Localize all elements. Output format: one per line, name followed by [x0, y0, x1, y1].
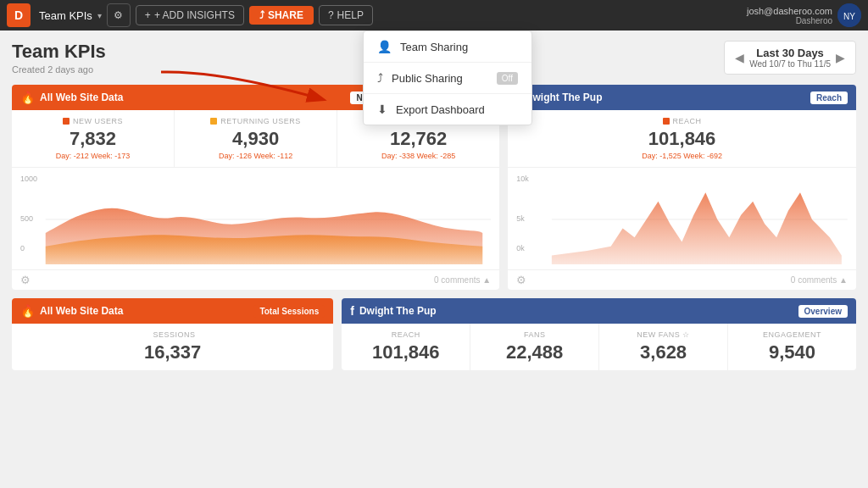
share-dropdown: 👤 Team Sharing ⤴ Public Sharing Off ⬇ Ex… — [363, 30, 532, 125]
y2-label-10k: 10k — [516, 175, 529, 183]
export-dashboard-label: Export Dashboard — [396, 103, 485, 116]
w4-engagement-value: 9,540 — [733, 341, 851, 363]
sessions-label: SESSIONS — [153, 330, 196, 339]
widget2-title: Dwight The Pup — [526, 92, 603, 103]
new-users-stat: NEW USERS 7,832 Day: -212 Week: -173 — [12, 110, 175, 167]
date-range-label: Last 30 Days — [749, 47, 831, 59]
w4-fans-label: FANS — [476, 330, 593, 339]
date-prev-button[interactable]: ◀ — [735, 51, 744, 64]
new-users-label: NEW USERS — [73, 117, 123, 125]
returning-users-value: 4,930 — [180, 128, 331, 150]
public-sharing-toggle[interactable]: Off — [497, 72, 518, 85]
team-sharing-label: Team Sharing — [400, 41, 468, 53]
user-info: josh@dasheroo.com Dasheroo NY — [747, 3, 861, 27]
y-label-500: 500 — [20, 214, 33, 223]
user-avatar[interactable]: NY — [837, 3, 861, 27]
team-icon: 👤 — [377, 40, 392, 53]
date-range-info: Last 30 Days Wed 10/7 to Thu 11/5 — [749, 47, 831, 69]
share-link-icon: ⤴ — [377, 71, 383, 85]
total-users-delta: Day: -338 Week: -285 — [342, 152, 494, 160]
top-nav: D Team KPIs ▾ ⚙ + + ADD INSIGHTS ⤴ SHARE… — [0, 0, 868, 30]
share-icon: ⤴ — [259, 9, 264, 21]
w4-fans-stat: FANS 22,488 — [470, 324, 599, 370]
share-button[interactable]: ⤴ SHARE — [249, 6, 314, 25]
y-label-1000: 1000 — [20, 175, 37, 183]
w4-new-fans-label: NEW FANS ☆ — [604, 330, 722, 339]
export-dashboard-item[interactable]: ⬇ Export Dashboard — [364, 94, 531, 125]
reach-value: 101,846 — [513, 128, 851, 150]
flame2-icon: 🔥 — [20, 304, 35, 318]
new-users-delta: Day: -212 Week: -173 — [17, 152, 169, 160]
widget1-settings-icon[interactable]: ⚙ — [20, 274, 31, 286]
returning-users-stat: RETURNING USERS 4,930 Day: -126 Week: -1… — [175, 110, 337, 167]
team-sharing-item[interactable]: 👤 Team Sharing — [364, 31, 531, 63]
widget1-chart: 1000 500 0 — [12, 168, 499, 269]
widget2-chart: 10k 5k 0k 19. Oct 2. Nov — [508, 168, 856, 269]
new-users-value: 7,832 — [17, 128, 169, 150]
widget4-badge[interactable]: Overview — [798, 305, 848, 318]
dashboard-created: Created 2 days ago — [12, 64, 106, 75]
dwight-pup-overview-widget: f Dwight The Pup Overview REACH 101,846 … — [342, 298, 856, 370]
user-email: josh@dasheroo.com — [747, 6, 832, 16]
widget2-comments: 0 comments ▲ — [791, 275, 848, 285]
widget1-title: All Web Site Data — [40, 92, 123, 103]
widget3-header: 🔥 All Web Site Data Total Sessions — [12, 298, 333, 324]
plus-icon: + — [145, 9, 151, 21]
widget2-footer: ⚙ 0 comments ▲ — [508, 269, 856, 290]
date-range-sub: Wed 10/7 to Thu 11/5 — [749, 59, 831, 69]
widget1-chart-svg: 12. Oct 19. Oct 26. Oct 2. Nov — [20, 175, 491, 264]
settings-button[interactable]: ⚙ — [107, 3, 131, 27]
reach-delta: Day: -1,525 Week: -692 — [513, 152, 851, 160]
w4-reach-value: 101,846 — [347, 341, 465, 363]
widgets-row-2: 🔥 All Web Site Data Total Sessions SESSI… — [12, 298, 856, 370]
date-next-button[interactable]: ▶ — [836, 51, 845, 64]
public-sharing-label: Public Sharing — [392, 72, 463, 85]
widget2-header: f Dwight The Pup Reach — [508, 85, 856, 110]
sessions-stat: SESSIONS 16,337 — [12, 324, 333, 370]
user-brand: Dasheroo — [747, 16, 832, 25]
app-logo[interactable]: D — [7, 3, 31, 27]
flame-icon: 🔥 — [20, 91, 35, 104]
w4-fans-value: 22,488 — [476, 341, 593, 363]
all-web-sessions-widget: 🔥 All Web Site Data Total Sessions SESSI… — [12, 298, 333, 370]
facebook2-icon: f — [350, 304, 354, 318]
dashboard-chevron-icon[interactable]: ▾ — [97, 11, 102, 20]
widget4-stats-row: REACH 101,846 FANS 22,488 NEW FANS ☆ 3,6… — [342, 324, 856, 370]
widget1-comments: 0 comments ▲ — [434, 275, 491, 285]
dwight-pup-widget: f Dwight The Pup Reach REACH 101,846 Day… — [508, 85, 856, 290]
w4-new-fans-value: 3,628 — [604, 341, 722, 363]
widget1-footer: ⚙ 0 comments ▲ — [12, 269, 499, 290]
y2-label-0k: 0k — [516, 244, 525, 252]
reach-stat: REACH 101,846 Day: -1,525 Week: -692 — [508, 110, 856, 167]
w4-engagement-label: ENGAGEMENT — [733, 330, 851, 339]
dashboard-name-nav: Team KPIs — [39, 9, 92, 22]
public-sharing-item[interactable]: ⤴ Public Sharing Off — [364, 63, 531, 94]
svg-text:NY: NY — [843, 12, 855, 21]
add-insights-button[interactable]: + + ADD INSIGHTS — [136, 5, 244, 25]
w4-engagement-stat: ENGAGEMENT 9,540 — [728, 324, 856, 370]
export-icon: ⬇ — [377, 103, 387, 116]
new-users-dot — [63, 118, 70, 125]
sessions-value: 16,337 — [17, 341, 328, 363]
widget4-title: Dwight The Pup — [359, 305, 437, 317]
dashboard-title: Team KPIs — [12, 41, 106, 63]
widget2-chart-svg: 19. Oct 2. Nov — [516, 175, 848, 264]
w4-reach-stat: REACH 101,846 — [342, 324, 470, 370]
reach-label: REACH — [673, 117, 702, 125]
returning-users-label: RETURNING USERS — [220, 117, 301, 125]
widget2-badge[interactable]: Reach — [810, 92, 848, 104]
w4-reach-label: REACH — [347, 330, 465, 339]
widget2-settings-icon[interactable]: ⚙ — [516, 274, 526, 286]
widget2-stats-row: REACH 101,846 Day: -1,525 Week: -692 — [508, 110, 856, 168]
widget3-badge[interactable]: Total Sessions — [253, 305, 325, 318]
widget3-stats-row: SESSIONS 16,337 — [12, 324, 333, 370]
help-button[interactable]: ? HELP — [319, 5, 373, 25]
help-icon: ? — [328, 9, 334, 21]
returning-users-dot — [210, 118, 217, 125]
total-users-value: 12,762 — [342, 128, 494, 150]
date-range-widget[interactable]: ◀ Last 30 Days Wed 10/7 to Thu 11/5 ▶ — [724, 41, 856, 75]
y2-label-5k: 5k — [516, 214, 525, 223]
dashboard-title-area: Team KPIs Created 2 days ago — [12, 41, 106, 75]
widget4-header: f Dwight The Pup Overview — [342, 298, 856, 324]
returning-users-delta: Day: -126 Week: -112 — [180, 152, 331, 160]
